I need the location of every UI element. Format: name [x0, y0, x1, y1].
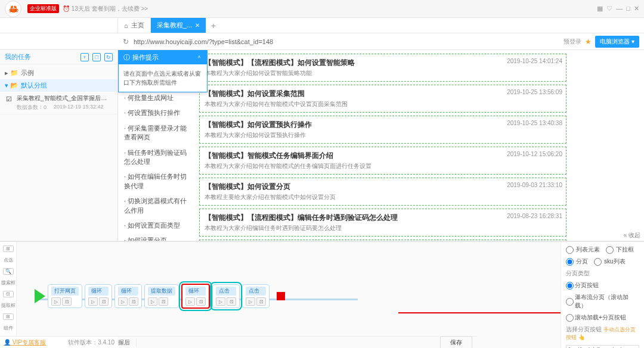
- radio-page-button[interactable]: 分页按钮: [566, 281, 639, 290]
- task-name: 采集教程_智能模式_全国掌握后羿采集器的...: [17, 94, 113, 102]
- maximize-icon[interactable]: □: [626, 5, 630, 13]
- flow-properties-panel: 列表元素 下拉框 分页 sku列表 分页类型 分页按钮 瀑布流分页（滚动加载） …: [561, 242, 644, 348]
- tree-group[interactable]: ▾ 📂 默认分组: [0, 79, 117, 92]
- result-desc: 本教程为大家介绍如何设置智能策略功能: [205, 69, 561, 77]
- sidebar-header: 我的任务 + □ ↻: [0, 50, 117, 64]
- task-date: 2019-12-19 15:32:42: [54, 104, 104, 111]
- tab-home-label: 主页: [131, 21, 144, 30]
- expire-notice[interactable]: ⏰ 13天后 套餐到期，去续费 >>: [63, 5, 148, 13]
- guide-item[interactable]: · 何设置预执行操作: [118, 105, 196, 120]
- result-timestamp: 2019-10-25 13:56:09: [507, 89, 562, 95]
- flow-toolbar: ⊞点选🔍搜索框⊡提取框⊞组件↗输入文本: [0, 242, 17, 348]
- radio-waterfall[interactable]: 瀑布流分页（滚动加载）: [566, 293, 639, 310]
- flow-node[interactable]: 循环▷⊡: [85, 284, 112, 308]
- result-timestamp: 2019-09-03 21:33:10: [507, 182, 562, 188]
- flow-editor: ⊞点选🔍搜索框⊡提取框⊞组件↗输入文本 打开网页▷⊡循环▷⊡循环▷⊡提取数据▷⊡…: [0, 241, 644, 348]
- tip-popover: ⓘ操作提示＾ 请在页面中点选元素或者从窗口下方拖取所需组件: [118, 50, 208, 92]
- result-timestamp: 2019-10-25 13:40:38: [507, 120, 562, 126]
- guide-item[interactable]: · 如何在编辑任务时切换代理: [118, 169, 196, 194]
- sidebar: 我的任务 + □ ↻ ▸ 📁 示例 ▾ 📂 默认分组 ☑ 采集教程_智能模式_全…: [0, 50, 118, 241]
- result-item[interactable]: 【智能模式】智能模式任务编辑界面介绍本教程为大家介绍如何在智能模式的任务编辑页面…: [199, 147, 566, 175]
- result-item[interactable]: 【智能模式】如何设置分页本教程主要给大家介绍在智能模式中如何设置分页2019-0…: [199, 178, 566, 206]
- flow-canvas[interactable]: 打开网页▷⊡循环▷⊡循环▷⊡提取数据▷⊡循环▷⊡点击▷⊡点击▷⊡ 1. 采集教程…: [17, 242, 561, 348]
- task-item[interactable]: ☑ 采集教程_智能模式_全国掌握后羿采集器的... 数据条数：0 2019-12…: [0, 92, 117, 114]
- footer: 👤 VIP专属客服 软件版本：3.4.10: [0, 336, 118, 348]
- sidebar-add-icon[interactable]: +: [80, 53, 89, 61]
- result-desc: 本教程为大家介绍如何在智能模式的任务编辑页面进行任务设置: [205, 162, 561, 170]
- close-icon[interactable]: ✕: [634, 5, 639, 13]
- tip-close-icon[interactable]: ＾: [196, 54, 202, 62]
- flow-node[interactable]: 循环▷⊡: [181, 284, 210, 309]
- tab-home[interactable]: ⌂ 主页: [118, 18, 151, 33]
- sidebar-title: 我的任务: [5, 52, 31, 61]
- main-area: ⓘ操作提示＾ 请在页面中点选元素或者从窗口下方拖取所需组件 · 何批量生成网址·…: [118, 50, 644, 241]
- radio-scroll-plus[interactable]: 滚动加载+分页按钮: [566, 313, 639, 322]
- guide-item[interactable]: · 辑任务时遇到验证码怎么处理: [118, 145, 196, 170]
- opt-pagination[interactable]: 分页: [566, 257, 588, 266]
- flow-node[interactable]: 打开网页▷⊡: [48, 284, 82, 308]
- guide-item[interactable]: · 切换浏览器模式有什么作用: [118, 194, 196, 218]
- selection-arrow: [398, 312, 561, 313]
- url-bar: ↻ 预登录 ★ 电脑浏览器 ▾: [0, 33, 644, 50]
- tree-root[interactable]: ▸ 📁 示例: [0, 67, 117, 79]
- result-desc: 本教程为大家介绍编辑任务时遇到验证码要怎么处理: [205, 224, 561, 232]
- guide-item[interactable]: · 何批量生成网址: [118, 91, 196, 105]
- app-logo: 🦀: [5, 1, 21, 17]
- opt-sku[interactable]: sku列表: [594, 257, 626, 266]
- guide-list: ⓘ操作提示＾ 请在页面中点选元素或者从窗口下方拖取所需组件 · 何批量生成网址·…: [118, 50, 196, 241]
- opt-dropdown[interactable]: 下拉框: [606, 246, 634, 254]
- flow-end-icon[interactable]: [277, 292, 285, 300]
- grid-icon[interactable]: ▦: [597, 5, 603, 13]
- result-desc: 本教程为大家介绍如何设置预执行操作: [205, 131, 561, 139]
- toolbar-btn[interactable]: ⊞: [3, 246, 14, 252]
- tab-active[interactable]: 采集教程_... ✕: [151, 18, 206, 33]
- section-page-type: 分页类型: [566, 269, 639, 278]
- version-label: 软件版本：3.4.10: [68, 338, 114, 347]
- guide-item[interactable]: · 何采集需要登录才能查看网页: [118, 121, 196, 145]
- tip-body: 请在页面中点选元素或者从窗口下方拖取所需组件: [119, 64, 207, 92]
- vip-support-link[interactable]: 👤 VIP专属客服: [4, 338, 46, 347]
- fav-icon[interactable]: ♡: [606, 5, 612, 13]
- save-button[interactable]: 保存: [440, 336, 472, 349]
- result-timestamp: 2019-08-23 16:28:31: [507, 213, 562, 219]
- result-timestamp: 2019-10-25 14:01:24: [507, 58, 562, 64]
- home-icon: ⌂: [124, 22, 128, 29]
- result-desc: 本教程为大家介绍如何在智能模式中设置页面采集范围: [205, 100, 561, 108]
- opt-list[interactable]: 列表元素: [566, 246, 600, 254]
- tab-add[interactable]: +: [206, 18, 221, 33]
- xpath-input[interactable]: [566, 345, 639, 348]
- collapse-toggle[interactable]: « 收起: [624, 231, 640, 240]
- toolbar-btn[interactable]: 🔍: [3, 268, 14, 275]
- sidebar-folder-icon[interactable]: □: [92, 53, 101, 61]
- result-item[interactable]: 【智能模式】如何设置预执行操作本教程为大家介绍如何设置预执行操作2019-10-…: [199, 116, 566, 144]
- sidebar-refresh-icon[interactable]: ↻: [104, 53, 113, 61]
- result-timestamp: 2019-10-12 15:06:20: [507, 151, 562, 157]
- flow-node[interactable]: 点击▷⊡: [212, 284, 240, 308]
- bookmark-icon[interactable]: ★: [585, 38, 592, 46]
- guide-item[interactable]: · 如何设置分页: [118, 233, 196, 241]
- tab-strip: ⌂ 主页 采集教程_... ✕ +: [0, 18, 644, 33]
- flow-start-icon[interactable]: [35, 289, 45, 303]
- toolbar-btn[interactable]: ⊞: [3, 313, 14, 320]
- task-check[interactable]: ☑: [6, 95, 12, 103]
- flow-node[interactable]: 循环▷⊡: [114, 284, 142, 308]
- tab-close-icon[interactable]: ✕: [195, 22, 200, 29]
- flow-node[interactable]: 提取数据▷⊡: [144, 284, 179, 308]
- minimize-icon[interactable]: —: [616, 5, 623, 13]
- guide-item[interactable]: · 如何设置页面类型: [118, 218, 196, 233]
- result-item[interactable]: 【智能模式】【流程图模式】编辑任务时遇到验证码怎么处理本教程为大家介绍编辑任务时…: [199, 209, 566, 237]
- prelogin-button[interactable]: 预登录: [564, 38, 581, 46]
- result-desc: 本教程主要给大家介绍在智能模式中如何设置分页: [205, 193, 561, 201]
- section-select-btn: 选择分页按钮 手动点选分页按钮 👆: [566, 325, 639, 341]
- refresh-icon[interactable]: ↻: [123, 38, 129, 46]
- titlebar: 🦀 企业标准版 ⏰ 13天后 套餐到期，去续费 >> ▦ ♡ — □ ✕: [0, 0, 644, 18]
- result-item[interactable]: 【智能模式】【流程图模式】如何设置智能策略本教程为大家介绍如何设置智能策略功能2…: [199, 54, 566, 82]
- url-input[interactable]: [134, 38, 559, 45]
- tab-active-label: 采集教程_...: [157, 21, 192, 30]
- browser-mode-button[interactable]: 电脑浏览器 ▾: [595, 36, 639, 48]
- window-controls: ▦ ♡ — □ ✕: [597, 5, 639, 13]
- task-tree: ▸ 📁 示例 ▾ 📂 默认分组 ☑ 采集教程_智能模式_全国掌握后羿采集器的..…: [0, 64, 117, 117]
- flow-node[interactable]: 点击▷⊡: [242, 284, 270, 308]
- result-item[interactable]: 【智能模式】如何设置采集范围本教程为大家介绍如何在智能模式中设置页面采集范围20…: [199, 85, 566, 113]
- toolbar-btn[interactable]: ⊡: [3, 291, 14, 297]
